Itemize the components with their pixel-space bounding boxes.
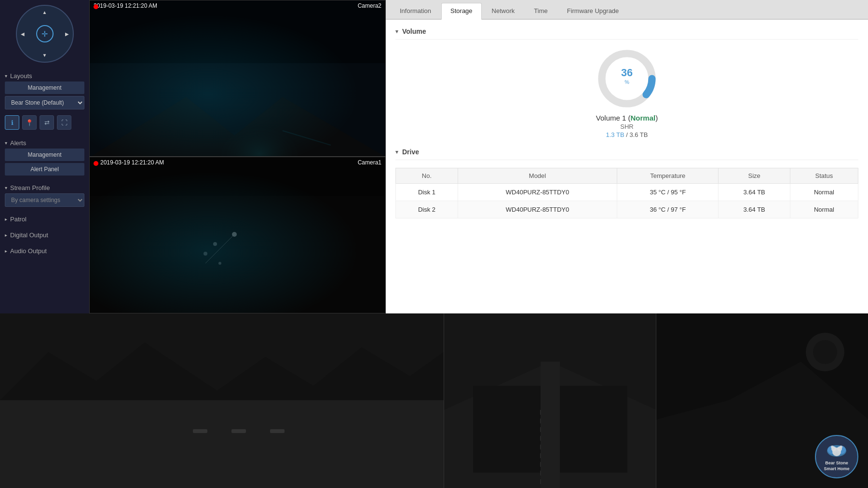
ptz-left-arrow[interactable]: ◀ — [21, 31, 25, 37]
col-status: Status — [790, 168, 858, 184]
location-icon-btn[interactable]: 📍 — [22, 115, 37, 130]
bear-stone-logo-icon — [824, 441, 850, 461]
camera1-visual — [90, 157, 386, 313]
col-size: Size — [719, 168, 790, 184]
svg-rect-17 — [0, 400, 444, 488]
col-model: Model — [458, 168, 617, 184]
layouts-label: Layouts — [10, 72, 32, 80]
svg-rect-5 — [90, 157, 386, 313]
audio-output-label: Audio Output — [10, 247, 47, 255]
audio-output-section: ▸ Audio Output — [0, 243, 89, 258]
bottom-cam-right-2[interactable]: Bear Stone Smart Home — [656, 313, 868, 488]
ptz-cross-icon: ✛ — [41, 29, 48, 39]
volume-used: 1.3 TB — [606, 131, 624, 138]
drive-table-body: Disk 1 WD40PURZ-85TTDY0 35 °C / 95 °F 3.… — [396, 184, 858, 218]
svg-line-10 — [205, 234, 234, 263]
disk1-model: WD40PURZ-85TTDY0 — [458, 184, 617, 201]
stream-profile-label: Stream Profile — [10, 184, 50, 191]
audio-output-chevron: ▸ — [5, 248, 7, 254]
drive-section-header[interactable]: ▾ Drive — [395, 148, 858, 160]
alerts-label: Alerts — [10, 139, 26, 147]
svg-rect-0 — [90, 0, 386, 157]
table-row: Disk 2 WD40PURZ-85TTDY0 36 °C / 97 °F 3.… — [396, 201, 858, 218]
donut-container: 36 % Volume 1 (Normal) SHR 1.3 TB / 3.6 … — [395, 47, 858, 138]
bottom-cam-right1-visual — [444, 313, 656, 488]
drive-table: No. Model Temperature Size Status Disk 1… — [395, 168, 858, 218]
stream-profile-select[interactable]: By camera settings — [5, 193, 84, 207]
tab-network[interactable]: Network — [483, 3, 524, 19]
donut-chart: 36 % — [596, 47, 658, 110]
svg-point-8 — [203, 252, 207, 256]
bottom-cam-left-visual — [0, 313, 444, 488]
bottom-cam-left[interactable] — [0, 313, 444, 488]
svg-point-6 — [232, 232, 237, 237]
digital-output-chevron: ▸ — [5, 232, 7, 238]
bear-stone-watermark: Bear Stone Smart Home — [815, 435, 858, 478]
camera-feed-1[interactable]: 2019-03-19 12:21:20 AM Camera1 — [89, 157, 386, 313]
volume-section-header[interactable]: ▾ Volume — [395, 27, 858, 40]
layouts-section: ▾ Layouts Management Bear Stone (Default… — [0, 68, 89, 135]
svg-rect-22 — [270, 429, 285, 433]
volume-type: SHR — [596, 123, 658, 130]
layout-dropdown[interactable]: Bear Stone (Default) — [5, 96, 84, 109]
svg-point-32 — [813, 340, 837, 364]
nvr-tabs: Information Storage Network Time Firmwar… — [386, 0, 868, 20]
svg-rect-20 — [193, 429, 207, 433]
camera-feed-2[interactable]: 2019-03-19 12:21:20 AM Camera2 — [89, 0, 386, 157]
bottom-cam-right: Bear Stone Smart Home — [444, 313, 868, 488]
camera2-label: Camera2 — [358, 2, 381, 9]
management-button[interactable]: Management — [5, 81, 84, 94]
bottom-cam-right-1[interactable] — [444, 313, 656, 488]
layouts-chevron: ▾ — [5, 73, 7, 79]
camera2-feed-bg — [90, 0, 385, 156]
digital-output-label: Digital Output — [10, 231, 48, 239]
camera2-rec-dot — [94, 4, 98, 9]
camera2-visual — [90, 0, 386, 157]
svg-point-7 — [213, 242, 217, 246]
watermark-brand-text: Bear Stone — [825, 461, 848, 466]
swap-icon-btn[interactable]: ⇄ — [40, 115, 54, 130]
info-icon-btn[interactable]: ℹ — [5, 115, 19, 130]
camera1-label: Camera1 — [358, 159, 381, 166]
location-icon: 📍 — [26, 119, 33, 126]
volume-total: / 3.6 TB — [626, 131, 648, 138]
tab-information[interactable]: Information — [391, 3, 440, 19]
ptz-right-arrow[interactable]: ▶ — [65, 31, 69, 37]
col-no: No. — [396, 168, 458, 184]
svg-point-9 — [218, 262, 221, 265]
tab-firmware[interactable]: Firmware Upgrade — [558, 3, 628, 19]
ptz-center[interactable]: ✛ — [36, 25, 54, 42]
layouts-header[interactable]: ▾ Layouts — [5, 69, 84, 81]
ptz-down-arrow[interactable]: ▼ — [42, 53, 47, 58]
fullscreen-icon-btn[interactable]: ⛶ — [57, 115, 71, 130]
tab-time[interactable]: Time — [525, 3, 556, 19]
disk1-status: Normal — [790, 184, 858, 201]
disk2-size: 3.64 TB — [719, 201, 790, 218]
watermark-tagline-text: Smart Home — [824, 466, 849, 472]
audio-output-header[interactable]: ▸ Audio Output — [5, 244, 84, 257]
stream-profile-header[interactable]: ▾ Stream Profile — [5, 181, 84, 193]
watermark-circle: Bear Stone Smart Home — [815, 435, 858, 478]
digital-output-header[interactable]: ▸ Digital Output — [5, 229, 84, 241]
ptz-control[interactable]: ▲ ▼ ◀ ▶ ✛ — [16, 5, 74, 63]
ptz-up-arrow[interactable]: ▲ — [42, 10, 47, 15]
disk1-size: 3.64 TB — [719, 184, 790, 201]
alerts-header[interactable]: ▾ Alerts — [5, 136, 84, 149]
alert-panel-button[interactable]: Alert Panel — [5, 163, 84, 176]
swap-icon: ⇄ — [44, 119, 50, 126]
camera-icon-row: ℹ 📍 ⇄ ⛶ — [5, 112, 84, 133]
alerts-management-button[interactable]: Management — [5, 149, 84, 161]
svg-rect-21 — [231, 429, 246, 433]
svg-point-40 — [840, 446, 842, 448]
info-icon: ℹ — [11, 119, 14, 126]
camera2-timestamp: 2019-03-19 12:21:20 AM — [94, 2, 157, 9]
patrol-header[interactable]: ▸ Patrol — [5, 213, 84, 225]
stream-profile-section: ▾ Stream Profile By camera settings — [0, 179, 89, 211]
tab-storage[interactable]: Storage — [441, 3, 482, 20]
camera-area: 2019-03-19 12:21:20 AM Camera2 2019-03-1… — [89, 0, 386, 313]
volume-name: Volume 1 (Normal) — [596, 114, 658, 122]
digital-output-section: ▸ Digital Output — [0, 227, 89, 243]
svg-point-1 — [196, 92, 312, 157]
svg-rect-4 — [90, 0, 386, 63]
svg-marker-3 — [90, 97, 386, 157]
